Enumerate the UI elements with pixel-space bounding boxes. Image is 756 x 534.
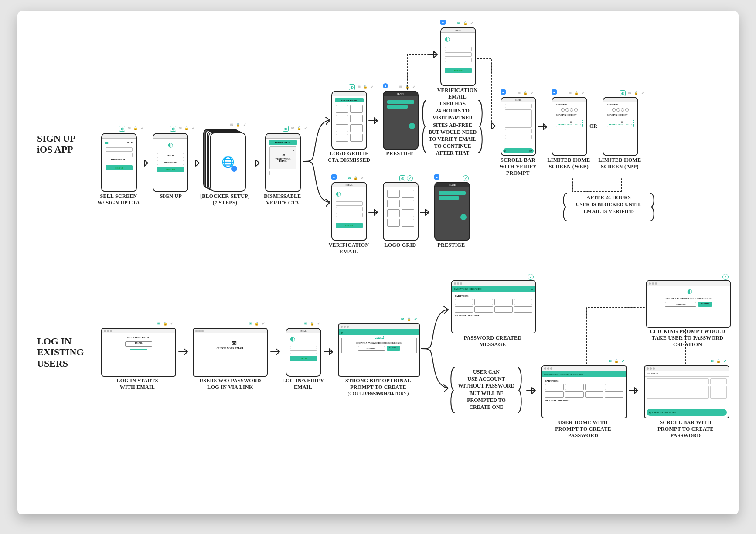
- pw-created-head: PASSWORD CREATED: [454, 288, 482, 290]
- logo-icon: ◐: [441, 33, 475, 45]
- verify-msg: VERIFY YOUR EMAIL: [272, 158, 294, 162]
- create-prompt: CREATE A PASSWORD: [652, 412, 676, 414]
- reading-label: READING HISTORY: [455, 314, 532, 317]
- verification-email-top-caption: VERIFICATION EMAIL: [436, 87, 479, 100]
- verify-head: VERIFY EMAIL: [335, 98, 364, 102]
- verification-email-top: EMAIL ◐ VERIFY: [440, 27, 476, 86]
- email-head: EMAIL: [346, 184, 353, 186]
- logo-icon: ◐: [153, 139, 187, 151]
- click-caption: CLICKING PROMPT WOULD TAKE USER TO PASSW…: [648, 328, 727, 348]
- check-email-text: CHECK YOUR EMAIL: [196, 347, 264, 350]
- signup-btn: SIGN UP: [157, 167, 184, 172]
- verify-btn: VERIFY: [445, 68, 472, 73]
- arrow-icon: [368, 207, 381, 218]
- logo-icon: ◐: [332, 187, 366, 200]
- signup-screen: ◐ EMAIL PASSWORD SIGN UP: [153, 133, 188, 192]
- verify-activate: VERIFY TO ACTIVATE: [609, 123, 632, 126]
- verify-activate: VERIFY TO ACTIVATE: [558, 123, 581, 126]
- prestige-top: SLATE: [383, 91, 419, 150]
- arrow-icon: [189, 158, 202, 168]
- finish-setup: FINISH SETUP CREATE A PASSWORD: [544, 373, 583, 375]
- email-head: EMAIL: [455, 29, 462, 31]
- limited-web-caption: LIMITED HOME SCREEN (WEB): [546, 157, 592, 170]
- limited-web-badges: ✉🔒✔: [567, 90, 586, 95]
- arrow-icon: [427, 49, 440, 60]
- slate-brand: SLATE: [449, 184, 456, 186]
- prestige-bottom: SLATE: [434, 182, 470, 241]
- bracket-left: [449, 366, 455, 416]
- user-home-prompt: FINISH SETUP CREATE A PASSWORD PARTNERS …: [541, 365, 627, 418]
- verification-email-caption: VERIFICATION EMAIL: [327, 242, 371, 255]
- limited-app-badges: ◐✉🔒✔: [620, 90, 645, 96]
- nopw-note: USER CAN USE ACCOUNT WITHOUT PASSWORD BU…: [457, 368, 516, 411]
- create-pw-text: CREATE A PASSWORD FOR EASIER LOG IN: [344, 342, 415, 344]
- sell-signup-btn: SIGN UP: [106, 165, 133, 170]
- verification-email-bottom: EMAIL ◐ VERIFY: [331, 182, 367, 241]
- new-badge: NEW: [375, 336, 384, 339]
- bracket-left: [421, 98, 427, 156]
- verify-caption: LOG IN/VERIFY EMAIL: [279, 378, 327, 391]
- arrow-icon: [368, 116, 381, 126]
- grid-bot-caption: LOGO GRID: [378, 242, 422, 248]
- bracket-right: [517, 366, 523, 416]
- arrow-icon: [323, 347, 336, 357]
- limited-app-caption: LIMITED HOME SCREEN (APP): [597, 157, 643, 170]
- verify-email-top-badges: ✉🔒✔: [456, 20, 474, 26]
- pw-prompt-window: ◐ NEW CREATE A PASSWORD FOR EASIER LOG I…: [338, 323, 420, 377]
- reading-label: READING HISTORY: [552, 112, 586, 117]
- verify-cta-screen: VERIFY EMAIL ✕ →✉ VERIFY YOUR EMAIL: [265, 133, 301, 192]
- clicking-prompt-window: ◐ CREATE A PASSWORD FOR EASIER LOG IN PA…: [646, 280, 731, 328]
- or-label: OR: [589, 123, 597, 129]
- verify-head: VERIFY EMAIL: [269, 140, 297, 145]
- scrollbar-verify: SLITE ◐▯▯▯✕: [501, 97, 536, 156]
- grid-badges: ◐✉🔒✔: [349, 84, 375, 90]
- verify-email-badges: ✉🔒✔: [347, 175, 365, 180]
- submit-btn: SUBMIT: [387, 346, 401, 351]
- pw-created-caption: PASSWORD CREATED MESSAGE: [458, 335, 528, 348]
- password-field: PASSWORD: [157, 160, 184, 165]
- home-prompt-caption: USER HOME WITH PROMPT TO CREATE PASSWORD: [547, 419, 619, 439]
- scroll-prompt-window: WEBSITE ◐ CREATE A PASSWORD: [644, 365, 729, 418]
- verify-cta-caption: DISMISSABLE VERIFY CTA: [259, 193, 306, 206]
- scroll-badges: ✉🔒✔: [516, 90, 535, 95]
- signup-caption: SIGN UP: [154, 193, 188, 200]
- grid-bot-badges: ◐✔: [399, 175, 413, 181]
- scroll-caption: SCROLL BAR WITH VERIFY PROMPT: [494, 157, 542, 177]
- reading-label: READING HISTORY: [603, 112, 637, 117]
- partners-label: PARTNERS: [545, 380, 623, 382]
- logo-grid-bottom: [383, 182, 419, 241]
- after24-note: AFTER 24 HOURS USER IS BLOCKED UNTIL EMA…: [569, 194, 648, 215]
- login-badges: ✉🔒✔: [156, 321, 174, 326]
- grid-dismissed-caption: LOGO GRID IF CTA DISMISSED: [326, 150, 372, 163]
- scroll-browser-badge: ●: [501, 89, 506, 95]
- slate-brand: SLATE: [397, 93, 404, 95]
- 24hr-note: USER HAS 24 HOURS TO VISIT PARTNER SITES…: [428, 100, 477, 157]
- sell-badges: ◐✉🔒✔: [119, 126, 145, 132]
- prestige-browser-badge: ●: [383, 83, 388, 88]
- verify-btn: VERIFY: [336, 223, 363, 228]
- pw-field: PASSWORD: [358, 346, 385, 351]
- verify-email-top-browser-badge: ●: [440, 20, 446, 25]
- check-caption: USERS W/O PASSWORD LOG IN VIA LINK: [195, 378, 265, 391]
- create-pw-text: CREATE A PASSWORD FOR EASIER LOG IN: [650, 298, 727, 300]
- verify-badges: ✉🔒✔: [303, 321, 321, 326]
- prompt-badges: ✉🔒✔: [400, 316, 418, 322]
- hamburger-icon: ☰: [105, 140, 109, 145]
- prestige-top-caption: PRESTIGE: [383, 150, 417, 157]
- blocker-caption: [BLOCKER SETUP] (7 STEPS): [199, 193, 251, 206]
- arrow-icon: [138, 158, 151, 168]
- logo-icon: ◐: [286, 333, 320, 344]
- check-email-window: → ✉ CHECK YOUR EMAIL: [193, 328, 268, 377]
- mail-icon: →✉: [272, 153, 294, 156]
- email-field: EMAIL: [125, 341, 152, 347]
- reading-label: READING HISTORY: [545, 399, 623, 402]
- prestige-bot-check: ✔: [463, 175, 469, 181]
- limited-web-browser-badge: ●: [552, 89, 557, 95]
- prompt-sub: (COULD BE MANDATORY): [336, 391, 421, 397]
- check-badges: ✉🔒✔: [248, 321, 266, 326]
- verify-email-browser-badge: ●: [331, 174, 337, 180]
- signup-flow-title: SIGN UP iOS APP: [37, 133, 76, 155]
- arrow-icon: [419, 207, 432, 218]
- website-brand: WEBSITE: [645, 371, 729, 377]
- arrow-icon: [177, 347, 191, 357]
